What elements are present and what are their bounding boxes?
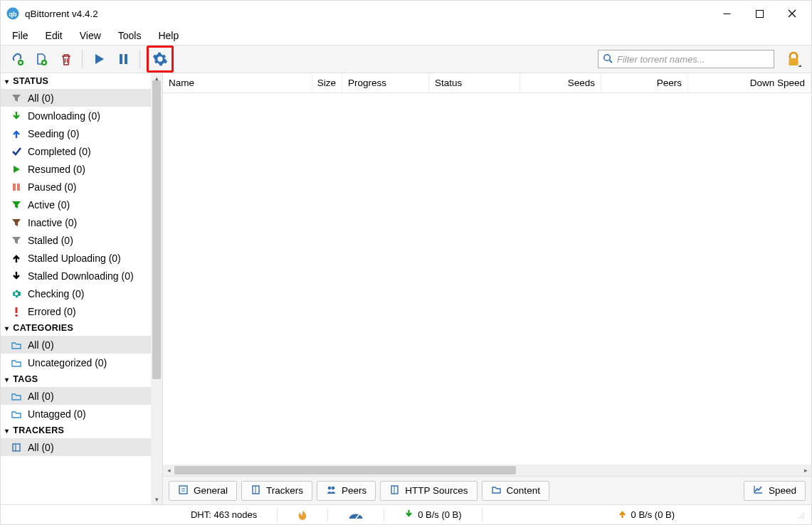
error-icon xyxy=(11,306,22,317)
scroll-right-icon[interactable]: ▸ xyxy=(800,467,811,474)
sidebar-item-label: Checking (0) xyxy=(28,288,84,299)
tag-untagged[interactable]: Untagged (0) xyxy=(1,405,151,423)
resize-grip-icon[interactable] xyxy=(796,510,806,520)
resume-button[interactable] xyxy=(88,48,110,70)
menu-edit[interactable]: Edit xyxy=(37,28,71,43)
col-status[interactable]: Status xyxy=(429,73,520,92)
col-down-speed[interactable]: Down Speed xyxy=(688,73,811,92)
sidebar-item-label: Completed (0) xyxy=(28,146,91,157)
speedometer-icon[interactable] xyxy=(344,510,368,520)
lock-button[interactable] xyxy=(783,48,804,70)
menu-help[interactable]: Help xyxy=(149,28,187,43)
svg-point-35 xyxy=(803,517,804,519)
upload-speed[interactable]: 0 B/s (0 B) xyxy=(613,509,679,521)
sidebar-item-label: All (0) xyxy=(28,442,54,453)
tab-content[interactable]: Content xyxy=(482,481,549,501)
scroll-left-icon[interactable]: ◂ xyxy=(163,467,174,474)
trackers-header[interactable]: ▾TRACKERS xyxy=(1,423,151,438)
dht-status[interactable]: DHT: 463 nodes xyxy=(186,509,261,520)
filter-box[interactable] xyxy=(598,50,774,68)
sidebar-item-label: Inactive (0) xyxy=(28,217,77,228)
tab-http-sources[interactable]: HTTP Sources xyxy=(380,481,477,501)
svg-rect-3 xyxy=(756,10,763,17)
fire-icon[interactable] xyxy=(293,509,312,521)
tab-speed[interactable]: Speed xyxy=(744,481,806,501)
sidebar-item-label: Untagged (0) xyxy=(28,408,86,420)
download-speed[interactable]: 0 B/s (0 B) xyxy=(400,509,465,521)
svg-rect-14 xyxy=(13,184,16,191)
svg-text:qb: qb xyxy=(9,11,17,18)
filter-stalled-icon xyxy=(11,235,22,246)
server-icon xyxy=(251,484,261,497)
add-link-button[interactable] xyxy=(6,48,28,70)
status-errored[interactable]: Errored (0) xyxy=(1,302,151,320)
svg-point-32 xyxy=(803,515,804,516)
status-seeding[interactable]: Seeding (0) xyxy=(1,124,151,142)
status-stalled-downloading[interactable]: Stalled Downloading (0) xyxy=(1,267,151,285)
tab-label: Content xyxy=(507,485,540,496)
app-icon: qb xyxy=(6,7,19,20)
status-all[interactable]: All (0) xyxy=(1,89,151,107)
detail-tabs: General Trackers Peers HTTP Sources Cont… xyxy=(163,476,811,504)
tab-peers[interactable]: Peers xyxy=(317,481,376,501)
chevron-down-icon: ▾ xyxy=(5,324,9,332)
scroll-down-icon[interactable]: ▾ xyxy=(151,494,162,504)
menu-tools[interactable]: Tools xyxy=(110,28,150,43)
col-progress[interactable]: Progress xyxy=(342,73,429,92)
svg-point-26 xyxy=(332,486,335,489)
tab-general[interactable]: General xyxy=(169,481,237,501)
download-icon xyxy=(404,509,413,521)
close-button[interactable] xyxy=(776,3,808,24)
minimize-button[interactable] xyxy=(710,3,743,24)
col-size[interactable]: Size xyxy=(312,73,342,92)
status-checking[interactable]: Checking (0) xyxy=(1,285,151,302)
status-completed[interactable]: Completed (0) xyxy=(1,142,151,160)
settings-button[interactable] xyxy=(150,49,170,69)
tag-all[interactable]: All (0) xyxy=(1,387,151,405)
tab-label: General xyxy=(194,485,228,496)
category-all[interactable]: All (0) xyxy=(1,336,151,354)
menubar: File Edit View Tools Help xyxy=(1,26,811,45)
categories-header[interactable]: ▾CATEGORIES xyxy=(1,320,151,336)
status-header[interactable]: ▾STATUS xyxy=(1,73,151,89)
sidebar-item-label: Errored (0) xyxy=(28,306,76,317)
folder-icon xyxy=(491,484,502,497)
status-active[interactable]: Active (0) xyxy=(1,196,151,213)
tab-trackers[interactable]: Trackers xyxy=(241,481,312,501)
status-stalled[interactable]: Stalled (0) xyxy=(1,231,151,249)
upload-icon xyxy=(11,128,22,139)
horizontal-scrollbar[interactable]: ◂ ▸ xyxy=(163,465,811,476)
scrollbar-thumb[interactable] xyxy=(174,466,516,474)
sidebar-item-label: Stalled Downloading (0) xyxy=(28,270,134,282)
svg-rect-17 xyxy=(16,314,18,317)
delete-button[interactable] xyxy=(55,48,76,70)
tags-header[interactable]: ▾TAGS xyxy=(1,371,151,387)
tracker-all[interactable]: All (0) xyxy=(1,438,151,456)
folder-icon xyxy=(11,357,22,368)
folder-icon xyxy=(11,391,22,402)
col-name[interactable]: Name xyxy=(163,73,312,92)
pause-button[interactable] xyxy=(112,48,134,70)
arrow-up-icon xyxy=(11,253,22,264)
sidebar-item-label: Stalled (0) xyxy=(28,235,73,246)
scrollbar-thumb[interactable] xyxy=(152,80,161,379)
svg-rect-8 xyxy=(120,54,122,64)
add-file-button[interactable] xyxy=(31,48,52,70)
status-stalled-uploading[interactable]: Stalled Uploading (0) xyxy=(1,249,151,267)
category-uncategorized[interactable]: Uncategorized (0) xyxy=(1,354,151,371)
status-inactive[interactable]: Inactive (0) xyxy=(1,213,151,231)
check-icon xyxy=(11,146,22,157)
menu-view[interactable]: View xyxy=(71,28,110,43)
info-icon xyxy=(178,484,189,497)
status-paused[interactable]: Paused (0) xyxy=(1,178,151,196)
col-seeds[interactable]: Seeds xyxy=(520,73,601,92)
maximize-button[interactable] xyxy=(743,3,776,24)
menu-file[interactable]: File xyxy=(4,28,37,43)
chevron-down-icon: ▾ xyxy=(5,427,9,435)
window-title: qBittorrent v4.4.2 xyxy=(25,9,98,19)
status-resumed[interactable]: Resumed (0) xyxy=(1,160,151,178)
sidebar-scrollbar[interactable]: ▴ ▾ xyxy=(151,73,162,504)
filter-input[interactable] xyxy=(617,54,769,65)
col-peers[interactable]: Peers xyxy=(601,73,688,92)
status-downloading[interactable]: Downloading (0) xyxy=(1,107,151,124)
